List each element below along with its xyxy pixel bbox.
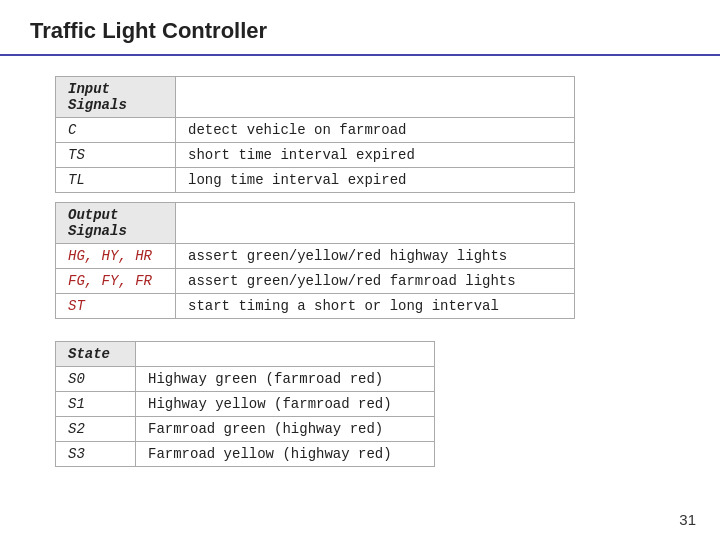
state-row-s3: S3 Farmroad yellow (highway red) [56,442,435,467]
state-table: State S0 Highway green (farmroad red) S1… [55,341,435,467]
signal-row-ts: TS short time interval expired [56,143,575,168]
state-header-row: State [56,342,435,367]
state-s1-desc: Highway yellow (farmroad red) [136,392,435,417]
state-row-s1: S1 Highway yellow (farmroad red) [56,392,435,417]
signal-c-desc: detect vehicle on farmroad [176,118,575,143]
state-s0-name: S0 [56,367,136,392]
state-s0-desc: Highway green (farmroad red) [136,367,435,392]
page-title: Traffic Light Controller [0,0,720,56]
spacer-row [56,193,575,203]
signal-c-name: C [56,118,176,143]
state-row-s0: S0 Highway green (farmroad red) [56,367,435,392]
output-signals-label: Output Signals [56,203,176,244]
input-signals-label: Input Signals [56,77,176,118]
signal-hg-name: HG, HY, HR [56,244,176,269]
signal-fg-name: FG, FY, FR [56,269,176,294]
page-number: 31 [679,511,696,528]
state-header-label: State [56,342,136,367]
signal-row-tl: TL long time interval expired [56,168,575,193]
signal-tl-desc: long time interval expired [176,168,575,193]
state-s2-desc: Farmroad green (highway red) [136,417,435,442]
state-s1-name: S1 [56,392,136,417]
signal-row-hg: HG, HY, HR assert green/yellow/red highw… [56,244,575,269]
signal-hg-desc: assert green/yellow/red highway lights [176,244,575,269]
signal-st-name: ST [56,294,176,319]
state-s2-name: S2 [56,417,136,442]
signal-row-fg: FG, FY, FR assert green/yellow/red farmr… [56,269,575,294]
state-s3-desc: Farmroad yellow (highway red) [136,442,435,467]
signal-row-st: ST start timing a short or long interval [56,294,575,319]
signals-table: Input Signals C detect vehicle on farmro… [55,76,575,319]
signal-ts-name: TS [56,143,176,168]
signal-ts-desc: short time interval expired [176,143,575,168]
signal-row-c: C detect vehicle on farmroad [56,118,575,143]
state-s3-name: S3 [56,442,136,467]
signal-st-desc: start timing a short or long interval [176,294,575,319]
signal-tl-name: TL [56,168,176,193]
input-signals-header-row: Input Signals [56,77,575,118]
signal-fg-desc: assert green/yellow/red farmroad lights [176,269,575,294]
output-signals-header-row: Output Signals [56,203,575,244]
state-row-s2: S2 Farmroad green (highway red) [56,417,435,442]
